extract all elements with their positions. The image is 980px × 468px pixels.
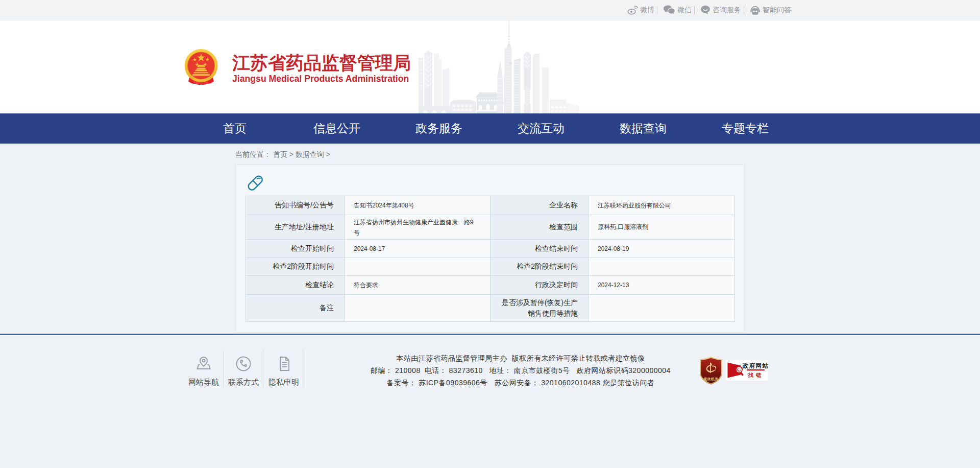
svg-text:党政机关: 党政机关 — [703, 377, 719, 381]
svg-text:找错: 找错 — [748, 372, 764, 378]
svg-text:政府网站: 政府网站 — [742, 362, 769, 369]
